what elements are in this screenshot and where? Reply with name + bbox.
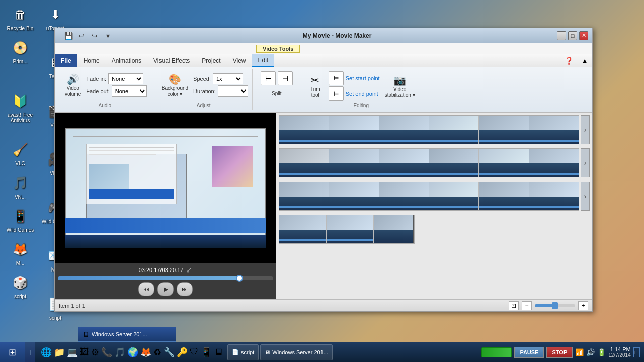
preview-panel: 03:20.17/03:20.17 ⤢ ⏮ ▶ ⏭ <box>55 113 276 299</box>
timeline-next-btn-2[interactable]: › <box>581 148 590 177</box>
quick-access-toolbar: 💾 ↩ ↪ ▾ <box>59 30 117 41</box>
tray-volume-icon[interactable]: 🔊 <box>586 348 595 356</box>
rewind-btn[interactable]: ⏮ <box>138 282 154 296</box>
taskbar-paint-icon[interactable]: 🖼 <box>80 347 89 357</box>
video-volume-btn[interactable]: 🔊 Videovolume <box>63 71 83 99</box>
close-btn[interactable]: ✕ <box>579 31 588 40</box>
taskbar-ie-icon[interactable]: 🌐 <box>41 347 52 358</box>
taskbar-globe-icon[interactable]: 🌍 <box>127 347 138 358</box>
menu-view[interactable]: View <box>227 54 252 67</box>
save-qat-btn[interactable]: 💾 <box>63 30 74 41</box>
taskbar-phone-icon[interactable]: 📞 <box>101 347 112 358</box>
window-title: My Movie - Movie Maker <box>117 32 557 39</box>
taskbar-phone2-icon[interactable]: 📱 <box>201 347 212 358</box>
timeline-cell <box>429 116 479 144</box>
help-btn[interactable]: ❓ <box>560 57 577 65</box>
timeline-cell <box>279 182 329 210</box>
qat-dropdown-btn[interactable]: ▾ <box>102 30 113 41</box>
set-end-label[interactable]: Set end point <box>346 90 378 97</box>
start-button[interactable]: ⊞ <box>0 342 25 363</box>
menu-project[interactable]: Project <box>196 54 226 67</box>
minimize-btn[interactable]: ─ <box>557 31 566 40</box>
forward-btn[interactable]: ⏭ <box>177 282 193 296</box>
clock[interactable]: 1:14 PM 12/7/2014 <box>608 346 631 358</box>
zoom-in-btn[interactable]: + <box>578 301 588 310</box>
zoom-handle[interactable] <box>552 302 558 309</box>
timeline-cell <box>379 182 429 210</box>
maximize-btn[interactable]: □ <box>568 31 577 40</box>
undo-qat-btn[interactable]: ↩ <box>76 30 87 41</box>
taskbar-cmd-icon[interactable]: 💻 <box>67 347 78 358</box>
background-color-btn[interactable]: 🎨 Backgroundcolor ▾ <box>159 71 190 99</box>
split-btn[interactable]: Split <box>267 88 287 98</box>
split-left-btn[interactable]: ⊢ <box>261 71 276 85</box>
menu-file[interactable]: File <box>55 54 77 67</box>
duration-select[interactable] <box>218 85 248 97</box>
taskbar: ⊞ | 🌐 📁 💻 🖼 ⚙ 📞 🎵 🌍 🦊 ♻ 🔧 🔑 🛡 📱 🖥 <box>0 342 644 362</box>
taskbar-explorer-icon[interactable]: 📁 <box>54 347 65 358</box>
taskbar-recycle-icon[interactable]: ♻ <box>153 347 162 358</box>
set-start-label[interactable]: Set start point <box>346 75 380 81</box>
pause-btn[interactable]: PAUSE <box>514 347 544 358</box>
taskbar-tools-icon[interactable]: 🔧 <box>164 347 175 358</box>
icon-connected-music[interactable]: 🎵 VN... <box>3 171 38 202</box>
menu-animations[interactable]: Animations <box>106 54 147 67</box>
redo-qat-btn[interactable]: ↪ <box>89 30 100 41</box>
trim-tool-label: Trimtool <box>310 86 320 98</box>
fade-controls: Fade in: NoneSlowMediumFast Fade out: No… <box>86 73 146 97</box>
icon-primo[interactable]: 📀 Prim... <box>3 36 38 66</box>
icon-mobile-partner[interactable]: 📱 Wild Games <box>3 204 38 235</box>
icon-play-hp[interactable]: 🎲 script <box>3 270 38 301</box>
taskbar-key-icon[interactable]: 🔑 <box>177 347 188 358</box>
zoom-slider[interactable] <box>535 304 575 307</box>
menu-edit[interactable]: Edit <box>252 54 274 67</box>
taskbar-control-icon[interactable]: ⚙ <box>91 347 99 358</box>
taskbar-script-item[interactable]: 📄 script <box>227 344 259 360</box>
menu-visual-effects[interactable]: Visual Effects <box>147 54 196 67</box>
taskbar-media-icon[interactable]: 🎵 <box>114 347 125 358</box>
play-btn[interactable]: ▶ <box>157 282 174 296</box>
stop-btn[interactable]: STOP <box>546 347 573 358</box>
expand-btn[interactable]: ⤢ <box>186 266 192 274</box>
show-desktop-btn[interactable]: | <box>25 342 35 363</box>
taskbar-server-item[interactable]: 🖥 Windows Server 201... <box>260 344 333 360</box>
timeline-next-btn-1[interactable]: › <box>581 115 590 144</box>
audio-group-label: Audio <box>99 103 112 108</box>
playback-controls: ⏮ ▶ ⏭ <box>138 282 193 296</box>
icon-avast[interactable]: 🔰 avast! Free Antivirus <box>3 89 38 125</box>
preview-controls: 03:20.17/03:20.17 ⤢ ⏮ ▶ ⏭ <box>55 263 276 299</box>
icon-ccleaner[interactable]: 🧹 VLC <box>3 138 38 168</box>
ribbon-collapse-btn[interactable]: ▲ <box>577 57 592 65</box>
tray-battery-icon[interactable]: 🔋 <box>597 348 606 356</box>
server-window-label[interactable]: 🖥 Windows Server 201... <box>78 327 176 342</box>
menu-bar: File Home Animations Visual Effects Proj… <box>55 54 592 67</box>
show-desktop-right-btn[interactable]: □ <box>633 347 640 357</box>
zoom-out-btn[interactable]: − <box>522 301 532 310</box>
taskbar-firefox-icon[interactable]: 🦊 <box>140 347 151 358</box>
timeline-strip-1 <box>279 115 579 144</box>
split-right-btn[interactable]: ⊣ <box>278 71 293 85</box>
fade-out-select[interactable]: NoneSlowMediumFast <box>112 85 147 97</box>
icon-firefox[interactable]: 🦊 M... <box>3 237 38 268</box>
taskbar-security-icon[interactable]: 🛡 <box>190 347 199 357</box>
menu-home[interactable]: Home <box>77 54 106 67</box>
timeline-next-btn-3[interactable]: › <box>581 182 590 211</box>
taskbar-pc-icon[interactable]: 🖥 <box>214 347 223 357</box>
video-tools-band: Video Tools <box>55 43 592 54</box>
video-tools-label: Video Tools <box>256 45 300 53</box>
trim-tool-btn[interactable]: ✂ Trimtool <box>305 72 326 100</box>
fit-btn[interactable]: ⊡ <box>509 301 519 310</box>
fade-in-select[interactable]: NoneSlowMediumFast <box>108 73 143 84</box>
progress-bar[interactable] <box>58 276 273 280</box>
timeline-cell <box>327 215 374 243</box>
progress-handle[interactable] <box>236 275 243 282</box>
timeline-row-1: › <box>279 115 590 144</box>
tray-network-icon[interactable]: 📶 <box>575 348 584 356</box>
start-end-controls: ⊨ Set start point ⊨ Set end point <box>329 71 380 101</box>
icon-recycle-bin[interactable]: 🗑 Recycle Bin <box>3 3 38 33</box>
timeline-panel[interactable]: › <box>276 113 592 299</box>
video-stabilization-btn[interactable]: 📷 Videostabilization ▾ <box>383 72 417 100</box>
speed-select[interactable]: 1x0.25x0.5x2x4x <box>213 73 243 84</box>
fade-out-label: Fade out: <box>86 88 109 94</box>
ribbon-editing-group: ✂ Trimtool ⊨ Set start point ⊨ Set end p… <box>301 69 421 110</box>
